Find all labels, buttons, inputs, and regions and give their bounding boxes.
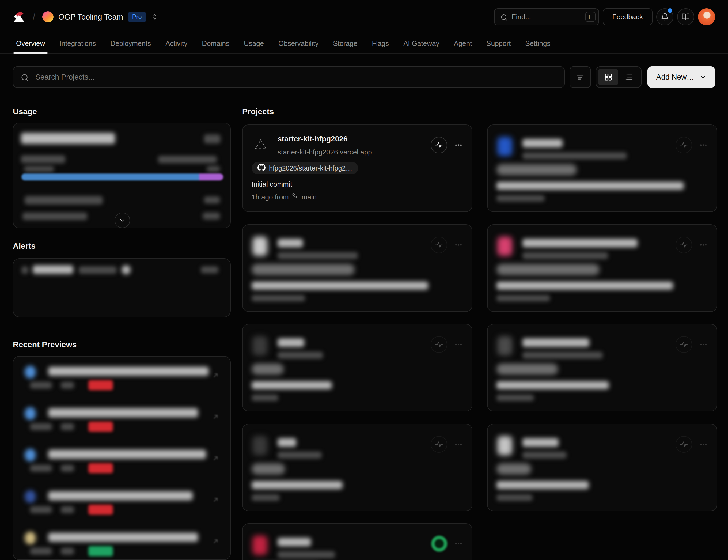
recent-previews-card	[13, 356, 231, 560]
commit-meta: 1h ago frommain	[252, 192, 317, 202]
tab-observability[interactable]: Observability	[277, 34, 320, 53]
card-menu-button[interactable]	[699, 241, 708, 249]
project-card[interactable]	[487, 424, 717, 511]
filter-button[interactable]	[570, 66, 591, 88]
add-new-button[interactable]: Add New…	[647, 66, 715, 88]
project-card[interactable]	[242, 324, 472, 411]
tab-domains[interactable]: Domains	[201, 34, 230, 53]
project-name[interactable]: starter-kit-hfpg2026	[278, 135, 347, 143]
project-card[interactable]	[487, 324, 717, 411]
repo-link[interactable]: hfpg2026/starter-kit-hfpg2…	[252, 162, 358, 174]
vercel-santa-logo-icon[interactable]	[13, 11, 25, 23]
find-input-wrapper[interactable]: F	[494, 8, 599, 25]
docs-button[interactable]	[677, 8, 694, 25]
project-framework-icon	[255, 138, 267, 151]
activity-button[interactable]	[431, 137, 447, 153]
grid-view-button[interactable]	[598, 69, 619, 85]
project-card[interactable]	[487, 224, 717, 312]
redacted-meta	[252, 395, 278, 401]
redacted-preview-meta	[30, 548, 52, 555]
redacted-domain	[522, 352, 603, 359]
tab-deployments[interactable]: Deployments	[109, 34, 152, 53]
redacted-alert-value	[122, 265, 131, 274]
preview-avatar	[25, 407, 36, 420]
preview-list-item[interactable]	[13, 448, 230, 482]
activity-pulse-icon	[434, 240, 443, 249]
project-card[interactable]	[242, 224, 472, 312]
tab-flags[interactable]: Flags	[371, 34, 390, 53]
activity-pulse-icon	[679, 340, 688, 349]
find-input[interactable]	[495, 13, 598, 21]
redacted-usage-title	[21, 133, 115, 144]
activity-button[interactable]	[431, 237, 447, 253]
redacted-usage-value	[24, 166, 54, 172]
usage-expand-button[interactable]	[115, 213, 130, 228]
activity-button[interactable]	[431, 336, 447, 353]
card-menu-button[interactable]	[454, 539, 463, 548]
feedback-button[interactable]: Feedback	[603, 8, 653, 25]
redacted-commit	[252, 282, 428, 290]
preview-list-item[interactable]	[13, 365, 230, 399]
project-card-featured[interactable]: starter-kit-hfpg2026starter-kit-hfpg2026…	[242, 124, 472, 212]
header-left: / OGP Tooling Team Pro	[13, 11, 160, 23]
redacted-repo	[252, 463, 285, 475]
tab-integrations[interactable]: Integrations	[58, 34, 97, 53]
redacted-title	[522, 338, 589, 347]
tab-settings[interactable]: Settings	[524, 34, 551, 53]
activity-button[interactable]	[676, 436, 692, 453]
tab-usage[interactable]: Usage	[243, 34, 265, 53]
activity-button[interactable]	[676, 237, 692, 253]
team-avatar[interactable]	[42, 11, 54, 22]
team-name[interactable]: OGP Tooling Team	[58, 13, 123, 21]
card-menu-button[interactable]	[454, 241, 463, 249]
redacted-preview-title	[48, 450, 206, 459]
notifications-button[interactable]	[656, 8, 673, 25]
tab-ai-gateway[interactable]: AI Gateway	[402, 34, 440, 53]
team-switcher-icon[interactable]	[149, 12, 160, 22]
user-avatar[interactable]	[698, 8, 715, 25]
project-card[interactable]	[487, 124, 717, 212]
card-menu-button[interactable]	[454, 440, 463, 449]
redacted-repo	[496, 164, 577, 175]
redacted-preview-meta	[61, 548, 74, 555]
redacted-usage-row	[25, 196, 103, 205]
preview-list-item[interactable]	[13, 531, 230, 560]
grid-icon	[604, 73, 613, 81]
activity-button[interactable]	[431, 436, 447, 453]
deployment-status-icon	[431, 536, 447, 552]
preview-list-item[interactable]	[13, 489, 230, 524]
project-card[interactable]	[242, 424, 472, 511]
projects-toolbar: Add New…	[13, 66, 715, 88]
search-projects-wrapper[interactable]	[13, 66, 565, 88]
projects-column: Projects starter-kit-hfpg2026starter-kit…	[242, 104, 728, 560]
redacted-commit	[496, 282, 673, 290]
preview-list-item[interactable]	[13, 406, 230, 441]
tab-support[interactable]: Support	[485, 34, 512, 53]
redacted-usage-value	[207, 166, 220, 172]
tab-activity[interactable]: Activity	[164, 34, 188, 53]
card-menu-button[interactable]	[699, 340, 708, 349]
project-logo	[252, 336, 267, 355]
external-arrow-icon	[212, 538, 219, 546]
card-menu-button[interactable]	[454, 340, 463, 349]
redacted-alert-text	[21, 266, 28, 274]
card-menu-button[interactable]	[454, 141, 463, 149]
redacted-meta	[496, 195, 545, 202]
plan-badge: Pro	[128, 12, 146, 22]
tab-agent[interactable]: Agent	[453, 34, 473, 53]
list-view-button[interactable]	[619, 69, 639, 85]
keyboard-shortcut-badge: F	[585, 12, 596, 22]
ellipsis-icon	[454, 440, 463, 449]
redacted-preview-meta	[61, 465, 74, 472]
project-card[interactable]	[242, 523, 472, 560]
activity-button[interactable]	[676, 336, 692, 353]
search-projects-input[interactable]	[13, 73, 564, 81]
card-menu-button[interactable]	[699, 141, 708, 149]
ellipsis-icon	[699, 241, 708, 249]
tab-overview[interactable]: Overview	[15, 34, 46, 53]
card-menu-button[interactable]	[699, 440, 708, 449]
tab-storage[interactable]: Storage	[332, 34, 358, 53]
activity-button[interactable]	[676, 137, 692, 153]
project-domain-link[interactable]: starter-kit-hfpg2026.vercel.app	[278, 148, 372, 156]
filter-icon	[576, 73, 585, 82]
